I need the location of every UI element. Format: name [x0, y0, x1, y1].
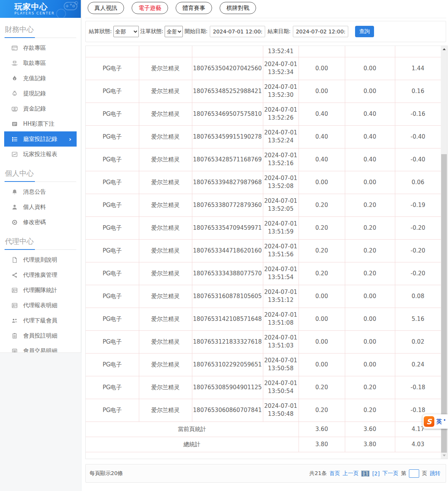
- page-2-link[interactable]: [2]: [372, 470, 380, 477]
- sidebar-item-cashout-records[interactable]: 提現記錄: [4, 86, 77, 101]
- scrollbar-thumb[interactable]: [441, 154, 447, 453]
- cell-profit: 1.44: [395, 57, 441, 80]
- pagination-bar: 每頁顯示20條 共21条 首页 上一页 [1] [2] 下一页 第 页 跳转: [85, 464, 446, 483]
- cell-profit: 5.16: [395, 308, 441, 330]
- section-underline: [5, 38, 76, 38]
- cell-order-id: 1807653102292059651: [192, 353, 263, 376]
- scrollbar-up-arrow-icon[interactable]: [441, 46, 447, 52]
- cell-bet: 0.00: [299, 330, 345, 353]
- sidebar-item-member-bet-detail[interactable]: 會員投註明細: [4, 328, 77, 343]
- cell-datetime: 2024-07-0113:51:54: [263, 262, 299, 285]
- cell-bet: 0.20: [299, 399, 345, 422]
- cell-platform: PG电子: [86, 103, 139, 125]
- ime-toolbar[interactable]: S 英: [423, 414, 448, 429]
- order-status-label: 注單狀態:: [140, 28, 163, 35]
- ime-language-indicator[interactable]: 英: [436, 418, 442, 425]
- cell-profit: -0.20: [395, 239, 441, 262]
- jump-prefix-text: 第: [401, 470, 406, 477]
- cell-bet: 0.40: [299, 148, 345, 171]
- summary-row: 總統計3.803.804.03: [86, 437, 441, 452]
- settle-status-select[interactable]: 全部: [113, 26, 139, 37]
- start-date-input[interactable]: [210, 26, 265, 37]
- cell-datetime: 2024-07-0113:50:48: [263, 399, 299, 422]
- cell-platform: [86, 46, 139, 57]
- cell-time: 13:52:16: [263, 159, 299, 167]
- sidebar-item-change-password[interactable]: 修改密碼: [4, 215, 77, 230]
- tab-live-video[interactable]: 真人視訊: [88, 2, 124, 14]
- table-row: PG电子爱尔兰精灵18076533948279879682024-07-0113…: [86, 171, 441, 194]
- cell-game: 爱尔兰精灵: [139, 376, 192, 399]
- cell-valid-bet: 0.40: [345, 125, 395, 148]
- sidebar-item-hall-bet-records[interactable]: 廳室投註記錄›: [4, 131, 77, 147]
- table-scrollbar[interactable]: [441, 46, 447, 459]
- page-1-link[interactable]: [1]: [361, 470, 369, 477]
- cell-platform: PG电子: [86, 216, 139, 239]
- cell-game: 爱尔兰精灵: [139, 148, 192, 171]
- sidebar-item-deposit-zone[interactable]: 存款專區: [4, 40, 77, 55]
- cell-game: 爱尔兰精灵: [139, 285, 192, 308]
- sidebar-item-agent-sub-members[interactable]: 代理下級會員: [4, 313, 77, 328]
- cell-valid-bet: 0.40: [345, 148, 395, 171]
- cell-date: 2024-07-01: [263, 220, 299, 228]
- cell-time: 13:51:59: [263, 228, 299, 236]
- sidebar-item-agent-rules[interactable]: 代理規則說明: [4, 252, 77, 267]
- sidebar-item-label: 代理推廣管理: [23, 272, 57, 279]
- cell-game: 爱尔兰精灵: [139, 353, 192, 376]
- tabs-divider: [85, 18, 446, 18]
- sidebar-item-label: 代理報表明細: [23, 302, 57, 309]
- prev-page-link[interactable]: 上一页: [343, 470, 358, 477]
- next-page-link[interactable]: 下一页: [382, 470, 398, 477]
- sidebar-item-withdraw-zone[interactable]: 取款專區: [4, 55, 77, 71]
- query-button[interactable]: 查詢: [355, 26, 374, 37]
- cell-datetime: 2024-07-0113:52:05: [263, 194, 299, 216]
- cell-datetime: 2024-07-0113:52:30: [263, 80, 299, 103]
- table-row: PG电子爱尔兰精灵18076534285711687692024-07-0113…: [86, 148, 441, 171]
- tab-sports-events[interactable]: 體育賽事: [176, 2, 212, 14]
- sidebar-item-notices[interactable]: 消息公告: [4, 184, 77, 199]
- jump-suffix-text: 页: [422, 470, 427, 477]
- cell-order-id: 1807653354709459971: [192, 216, 263, 239]
- page-jump-input[interactable]: [409, 469, 419, 478]
- cell-order-id: 1807653060860707841: [192, 399, 263, 422]
- first-page-link[interactable]: 首页: [329, 470, 340, 477]
- cell-platform: PG电子: [86, 171, 139, 194]
- sidebar-item-recharge-records[interactable]: 充值記錄: [4, 71, 77, 86]
- sidebar-item-player-bet-report[interactable]: 玩家投注報表: [4, 147, 77, 162]
- order-status-select[interactable]: 全部: [165, 26, 183, 37]
- sidebar-item-profile[interactable]: 個人資料: [4, 199, 77, 215]
- cell-valid-bet: 0.20: [345, 216, 395, 239]
- agent-promo-share-icon: [11, 272, 18, 278]
- sidebar-item-label: 廳室投註記錄: [23, 136, 57, 143]
- agent-team-stats-icon: [11, 287, 18, 294]
- sidebar-item-agent-promotion[interactable]: 代理推廣管理: [4, 267, 77, 283]
- cell-date: 2024-07-01: [263, 357, 299, 365]
- settle-status-label: 結算狀態:: [89, 28, 112, 35]
- cell-date: 2024-07-01: [263, 129, 299, 137]
- cell-bet: 0.20: [299, 194, 345, 216]
- sidebar-item-label: 消息公告: [23, 188, 46, 196]
- cell-platform: PG电子: [86, 399, 139, 422]
- cell-datetime: 2024-07-0113:51:03: [263, 330, 299, 353]
- cell-game: 爱尔兰精灵: [139, 330, 192, 353]
- cell-valid-bet: [345, 46, 395, 57]
- end-date-input[interactable]: [293, 26, 348, 37]
- sidebar-item-label: 資金記錄: [23, 105, 46, 112]
- sidebar-item-agent-report-detail[interactable]: 代理報表明細: [4, 298, 77, 313]
- tab-board-card-battle[interactable]: 棋牌對戰: [220, 2, 256, 14]
- cell-game: 爱尔兰精灵: [139, 216, 192, 239]
- cell-game: 爱尔兰精灵: [139, 125, 192, 148]
- sidebar-item-member-trans-detail[interactable]: 會員交易明細: [4, 343, 77, 353]
- scrollbar-down-arrow-icon[interactable]: [441, 452, 447, 459]
- sidebar-item-label: 取款專區: [23, 60, 46, 67]
- agent-rules-doc-icon: [11, 256, 18, 263]
- tab-electronic-games[interactable]: 電子遊藝: [132, 2, 168, 14]
- sidebar-item-funds-records[interactable]: 資金記錄: [4, 101, 77, 116]
- sogou-logo-icon[interactable]: S: [424, 416, 434, 427]
- cell-date: 2024-07-01: [263, 83, 299, 91]
- sidebar-item-agent-team-stats[interactable]: 代理團隊統計: [4, 283, 77, 298]
- jump-link[interactable]: 跳转: [430, 470, 440, 477]
- cell-order-id: 1807653459915190278: [192, 125, 263, 148]
- cell-date: 2024-07-01: [263, 288, 299, 296]
- sidebar-item-hh-lottery-bets[interactable]: HH彩票下注: [4, 116, 77, 131]
- cell-bet: [299, 46, 345, 57]
